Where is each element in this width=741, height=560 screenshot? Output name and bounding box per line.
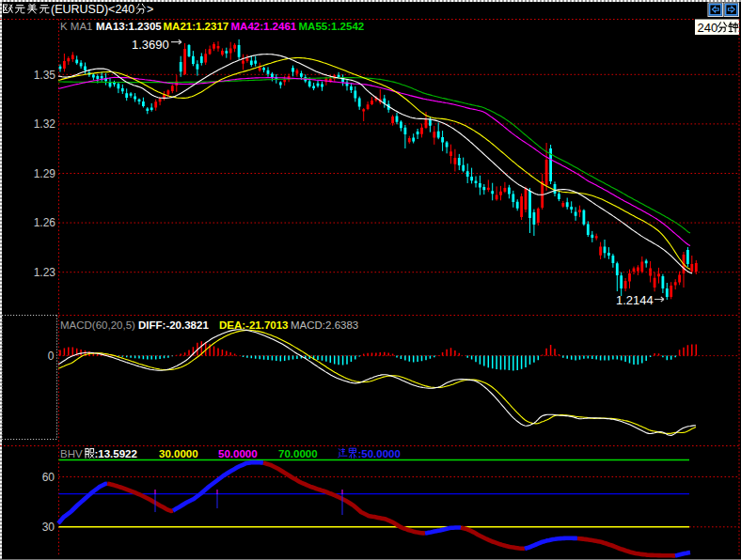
svg-text:50.0000: 50.0000: [218, 448, 258, 459]
svg-text::13.5922: :13.5922: [95, 448, 137, 459]
svg-text:1.3690: 1.3690: [132, 38, 169, 52]
svg-text:1.32: 1.32: [34, 117, 56, 131]
svg-text:70.0000: 70.0000: [278, 448, 318, 459]
svg-text:MACD(60,20,5): MACD(60,20,5): [60, 319, 135, 331]
svg-text:DIFF:-20.3821: DIFF:-20.3821: [138, 319, 209, 331]
svg-text:1.35: 1.35: [34, 69, 56, 82]
svg-text:1.23: 1.23: [34, 266, 56, 279]
svg-text:30.0000: 30.0000: [159, 448, 198, 459]
svg-text:30: 30: [42, 521, 55, 534]
svg-text:MA21:1.2317: MA21:1.2317: [164, 21, 229, 32]
svg-text:BHV: BHV: [60, 448, 83, 459]
svg-text:DEA:-21.7013: DEA:-21.7013: [219, 319, 289, 331]
svg-text:MA55:1.2542: MA55:1.2542: [299, 21, 365, 32]
svg-text:240: 240: [698, 21, 718, 35]
svg-text::50.0000: :50.0000: [358, 448, 401, 459]
svg-text:(EURUSD)<240: (EURUSD)<240: [51, 3, 134, 16]
svg-text:MA42:1.2461: MA42:1.2461: [231, 21, 297, 32]
svg-text:MACD:2.6383: MACD:2.6383: [291, 319, 358, 331]
svg-text:60: 60: [42, 471, 55, 484]
svg-text:>: >: [147, 3, 153, 16]
svg-text:K MA1: K MA1: [60, 21, 93, 32]
svg-text:0: 0: [48, 350, 55, 363]
svg-text:MA13:1.2305: MA13:1.2305: [96, 21, 162, 32]
svg-text:1.29: 1.29: [34, 167, 56, 180]
svg-text:1.26: 1.26: [34, 216, 56, 229]
